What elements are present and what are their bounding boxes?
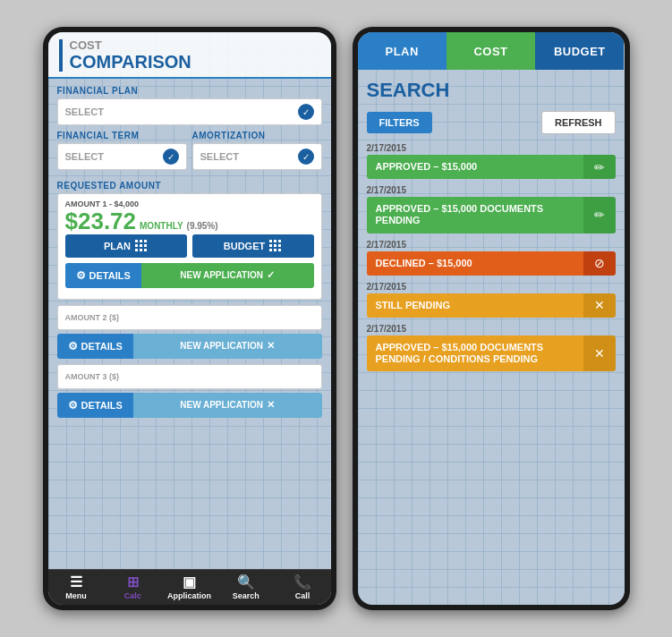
- gear-icon: ⚙: [76, 269, 86, 282]
- result-4-action[interactable]: ✕: [583, 293, 616, 318]
- amount-1-rate: (9.95%): [187, 221, 218, 231]
- result-4-status: STILL PENDING: [367, 293, 583, 318]
- result-2-status: APPROVED – $15,000 DOCUMENTS PENDING: [367, 197, 583, 233]
- result-4-date: 2/17/2015: [367, 282, 616, 292]
- left-phone: COST COMPARISON FINANCIAL PLAN SELECT ✓: [43, 27, 336, 610]
- amount-2-newapp-btn[interactable]: NEW APPLICATION ✕: [133, 334, 322, 359]
- amount-1-actions: ⚙ DETAILS NEW APPLICATION ✓: [65, 263, 314, 288]
- financial-plan-chevron: ✓: [298, 104, 314, 120]
- nav-application[interactable]: ▣ Application: [161, 570, 217, 605]
- result-4-row[interactable]: STILL PENDING ✕: [367, 293, 616, 318]
- gear-icon-2: ⚙: [68, 340, 78, 352]
- amount-3-box: AMOUNT 3 ($): [57, 364, 322, 389]
- financial-term-chevron: ✓: [163, 149, 179, 165]
- amount-3-newapp-btn[interactable]: NEW APPLICATION ✕: [133, 393, 322, 418]
- menu-icon: ☰: [70, 575, 82, 590]
- amount-3-details-btn[interactable]: ⚙ DETAILS: [57, 393, 133, 418]
- right-phone: PLAN COST BUDGET SEARCH FILTERS: [353, 27, 630, 610]
- nav-menu[interactable]: ☰ Menu: [48, 570, 105, 605]
- filters-button[interactable]: FILTERS: [367, 112, 432, 133]
- financial-plan-select[interactable]: SELECT ✓: [57, 98, 322, 125]
- plan-button[interactable]: PLAN: [65, 234, 187, 258]
- right-screen: PLAN COST BUDGET SEARCH FILTERS: [358, 32, 625, 605]
- amount-2-label: AMOUNT 2 ($): [65, 313, 314, 322]
- amortization-label: AMORTIZATION: [192, 131, 322, 140]
- budget-grid-icon: [269, 240, 282, 252]
- call-icon: 📞: [293, 575, 311, 590]
- result-1-status: APPROVED – $15,000: [367, 155, 583, 179]
- search-result-1: 2/17/2015 APPROVED – $15,000 ✏: [367, 143, 616, 179]
- search-result-4: 2/17/2015 STILL PENDING ✕: [367, 282, 616, 318]
- application-icon: ▣: [183, 575, 196, 590]
- result-3-date: 2/17/2015: [367, 240, 616, 250]
- refresh-button[interactable]: REFRESH: [541, 111, 616, 134]
- tab-plan[interactable]: PLAN: [358, 32, 447, 70]
- result-2-row[interactable]: APPROVED – $15,000 DOCUMENTS PENDING ✏: [367, 197, 616, 233]
- left-body: FINANCIAL PLAN SELECT ✓ FINANCIAL TERM S…: [48, 79, 331, 569]
- x-icon-2: ✕: [267, 340, 275, 352]
- amount-2-actions: ⚙ DETAILS NEW APPLICATION ✕: [57, 334, 322, 359]
- plan-grid-icon: [135, 240, 148, 252]
- financial-plan-label: FINANCIAL PLAN: [57, 86, 322, 96]
- search-results: 2/17/2015 APPROVED – $15,000 ✏ 2/17/2015: [367, 143, 616, 371]
- left-header: COST COMPARISON: [48, 32, 331, 79]
- result-3-status: DECLINED – $15,000: [367, 251, 583, 276]
- financial-term-label: FINANCIAL TERM: [57, 131, 187, 140]
- calc-icon: ⊞: [127, 575, 139, 590]
- requested-amount-label: REQUESTED AMOUNT: [57, 181, 322, 191]
- result-5-date: 2/17/2015: [367, 324, 616, 334]
- gear-icon-3: ⚙: [68, 399, 78, 412]
- result-3-action[interactable]: ⊘: [583, 251, 616, 276]
- bottom-nav: ☰ Menu ⊞ Calc ▣ Application 🔍: [48, 569, 331, 605]
- nav-calc[interactable]: ⊞ Calc: [105, 570, 161, 605]
- amount-1-box: AMOUNT 1 - $4,000 $23.72 MONTHLY (9.95%)…: [57, 193, 322, 300]
- amount-1-price: $23.72: [65, 208, 137, 234]
- amount-1-details-btn[interactable]: ⚙ DETAILS: [65, 263, 141, 288]
- search-result-3: 2/17/2015 DECLINED – $15,000 ⊘: [367, 240, 616, 276]
- result-3-row[interactable]: DECLINED – $15,000 ⊘: [367, 251, 616, 276]
- nav-call[interactable]: 📞 Call: [274, 570, 330, 605]
- right-tabs: PLAN COST BUDGET: [358, 32, 625, 70]
- amount-2-details-btn[interactable]: ⚙ DETAILS: [57, 334, 133, 359]
- budget-button[interactable]: BUDGET: [192, 234, 314, 258]
- filters-row: FILTERS REFRESH: [367, 111, 616, 134]
- result-5-row[interactable]: APPROVED – $15,000 DOCUMENTS PENDING / C…: [367, 335, 616, 371]
- tab-budget[interactable]: BUDGET: [535, 32, 624, 70]
- result-5-action[interactable]: ✕: [583, 335, 616, 371]
- check-icon: ✓: [267, 269, 275, 281]
- amount-2-box: AMOUNT 2 ($): [57, 305, 322, 330]
- amortization-chevron: ✓: [298, 149, 314, 165]
- amount-3-actions: ⚙ DETAILS NEW APPLICATION ✕: [57, 393, 322, 418]
- amount-3-label: AMOUNT 3 ($): [65, 372, 314, 381]
- search-nav-icon: 🔍: [237, 575, 255, 590]
- search-title: SEARCH: [367, 79, 616, 102]
- amortization-select[interactable]: SELECT ✓: [192, 143, 322, 170]
- page-title: COST COMPARISON: [59, 39, 320, 72]
- search-result-5: 2/17/2015 APPROVED – $15,000 DOCUMENTS P…: [367, 324, 616, 371]
- amount-1-newapp-btn[interactable]: NEW APPLICATION ✓: [141, 263, 314, 288]
- tab-cost[interactable]: COST: [447, 32, 535, 70]
- financial-term-select[interactable]: SELECT ✓: [57, 143, 187, 170]
- result-2-date: 2/17/2015: [367, 185, 616, 195]
- right-body: SEARCH FILTERS REFRESH 2/17/2015 APPR: [358, 70, 625, 605]
- search-result-2: 2/17/2015 APPROVED – $15,000 DOCUMENTS P…: [367, 185, 616, 233]
- left-screen: COST COMPARISON FINANCIAL PLAN SELECT ✓: [48, 32, 331, 605]
- result-5-status: APPROVED – $15,000 DOCUMENTS PENDING / C…: [367, 335, 583, 371]
- x-icon-3: ✕: [267, 399, 275, 411]
- result-2-action[interactable]: ✏: [583, 197, 616, 233]
- amount-1-monthly: MONTHLY: [140, 221, 183, 231]
- nav-search[interactable]: 🔍 Search: [217, 570, 274, 605]
- result-1-action[interactable]: ✏: [583, 155, 616, 179]
- result-1-date: 2/17/2015: [367, 143, 616, 153]
- result-1-row[interactable]: APPROVED – $15,000 ✏: [367, 155, 616, 179]
